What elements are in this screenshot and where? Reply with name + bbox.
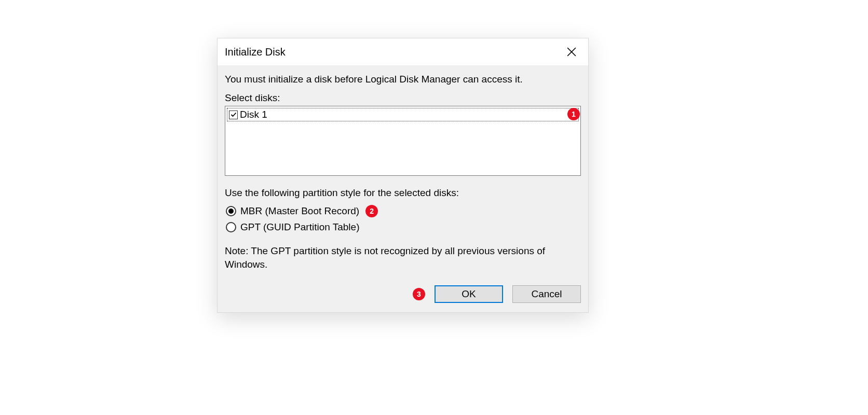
instruction-text: You must initialize a disk before Logica…: [225, 74, 581, 85]
close-icon: [567, 47, 576, 57]
cancel-button[interactable]: Cancel: [512, 285, 581, 303]
partition-style-label: Use the following partition style for th…: [225, 187, 581, 199]
dialog-content: You must initialize a disk before Logica…: [218, 65, 588, 312]
radio-label: GPT (GUID Partition Table): [240, 222, 359, 233]
note-text: Note: The GPT partition style is not rec…: [225, 244, 581, 271]
initialize-disk-dialog: Initialize Disk You must initialize a di…: [217, 38, 589, 313]
disk-label: Disk 1: [240, 109, 577, 120]
close-button[interactable]: [555, 38, 588, 65]
radio-gpt[interactable]: GPT (GUID Partition Table): [226, 222, 581, 233]
disk-checkbox[interactable]: [229, 110, 238, 119]
disk-list-item[interactable]: Disk 1 1: [227, 108, 579, 121]
annotation-badge: 1: [567, 108, 580, 120]
dialog-title: Initialize Disk: [225, 46, 286, 58]
select-disks-label: Select disks:: [225, 92, 581, 104]
button-row: 3 OK Cancel: [225, 285, 581, 303]
radio-label: MBR (Master Boot Record): [240, 205, 359, 217]
annotation-badge: 3: [413, 288, 425, 300]
radio-button[interactable]: [226, 222, 236, 232]
titlebar: Initialize Disk: [218, 38, 588, 65]
ok-button[interactable]: OK: [435, 285, 503, 303]
check-icon: [230, 112, 237, 118]
annotation-badge: 2: [365, 205, 378, 217]
radio-mbr[interactable]: MBR (Master Boot Record) 2: [226, 205, 581, 217]
radio-button[interactable]: [226, 206, 236, 216]
disk-list[interactable]: Disk 1 1: [225, 106, 581, 176]
